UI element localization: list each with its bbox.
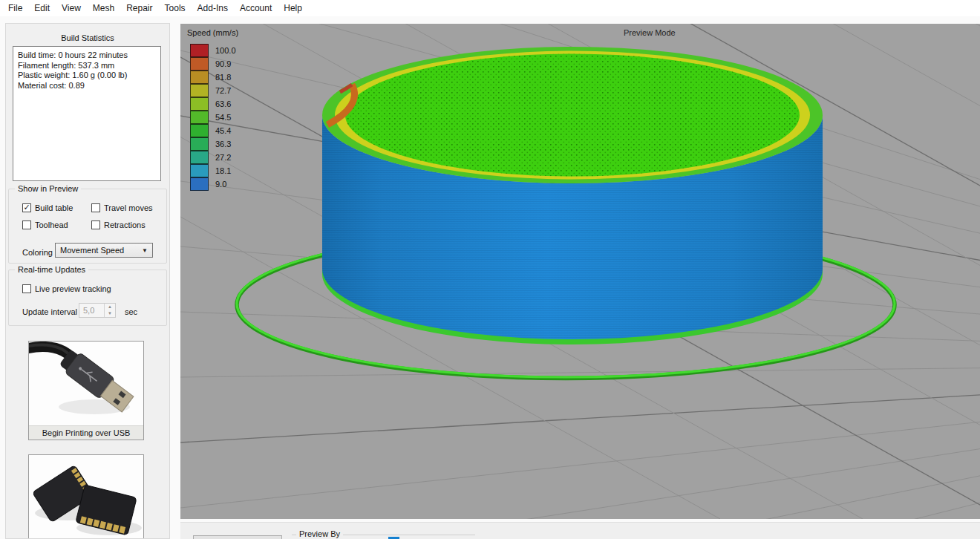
menu-addins[interactable]: Add-Ins bbox=[192, 1, 234, 16]
checkbox-travel-moves[interactable]: Travel moves bbox=[91, 203, 153, 212]
legend-value: 36.3 bbox=[215, 140, 231, 148]
scene-canvas bbox=[180, 24, 980, 519]
bottom-bar-button[interactable] bbox=[193, 535, 282, 539]
update-interval-label: Update interval bbox=[22, 307, 77, 316]
spinner-buttons: ▲ ▼ bbox=[104, 304, 115, 317]
menu-repair[interactable]: Repair bbox=[120, 1, 158, 16]
menu-edit[interactable]: Edit bbox=[28, 1, 56, 16]
preview-bottom-bar: Preview By bbox=[180, 522, 980, 539]
stat-material-cost: Material cost: 0.89 bbox=[18, 81, 156, 91]
legend-entry: 72.7 bbox=[190, 84, 238, 97]
legend-entry: 63.6 bbox=[190, 97, 238, 111]
legend-entry: 54.5 bbox=[190, 111, 238, 124]
usb-button-caption: Begin Printing over USB bbox=[29, 425, 143, 440]
preview-mode-label: Preview Mode bbox=[624, 28, 676, 37]
chevron-down-icon: ▼ bbox=[142, 247, 148, 254]
legend-value: 63.6 bbox=[215, 99, 231, 108]
stat-plastic-weight: Plastic weight: 1.60 g (0.00 lb) bbox=[18, 71, 156, 81]
legend-value: 81.8 bbox=[215, 73, 231, 82]
legend-swatch bbox=[190, 71, 209, 84]
legend-entry: 9.0 bbox=[190, 177, 238, 191]
update-interval-spinner[interactable]: 5,0 ▲ ▼ bbox=[79, 303, 116, 318]
legend-swatch bbox=[190, 151, 209, 164]
legend-entry: 90.9 bbox=[190, 57, 238, 71]
update-interval-unit: sec bbox=[125, 307, 137, 316]
checkbox-label: Toolhead bbox=[35, 220, 68, 229]
checkbox-icon bbox=[22, 203, 31, 212]
sd-cards-image bbox=[29, 455, 143, 539]
legend-value: 27.2 bbox=[215, 153, 231, 162]
spinner-down-icon[interactable]: ▼ bbox=[105, 310, 115, 317]
realtime-updates-group: Real-time Updates Live preview tracking … bbox=[8, 270, 167, 326]
legend-value: 54.5 bbox=[215, 113, 231, 122]
begin-printing-usb-button[interactable]: Begin Printing over USB bbox=[28, 341, 144, 440]
checkbox-icon bbox=[91, 203, 100, 212]
menu-account[interactable]: Account bbox=[234, 1, 278, 16]
legend-value: 90.9 bbox=[215, 59, 231, 68]
legend-entry: 27.2 bbox=[190, 151, 238, 164]
checkbox-label: Build table bbox=[35, 203, 73, 212]
menu-view[interactable]: View bbox=[56, 1, 87, 16]
build-statistics-title: Build Statistics bbox=[6, 33, 169, 42]
preview-by-label: Preview By bbox=[296, 529, 343, 538]
legend-swatch bbox=[190, 177, 209, 191]
checkbox-build-table[interactable]: Build table bbox=[22, 203, 73, 212]
checkbox-icon bbox=[91, 220, 100, 229]
checkbox-icon bbox=[22, 220, 31, 229]
legend-swatch bbox=[190, 84, 209, 97]
coloring-dropdown[interactable]: Movement Speed ▼ bbox=[55, 243, 153, 258]
realtime-updates-title: Real-time Updates bbox=[15, 265, 88, 274]
show-in-preview-group: Show in Preview Build table Travel moves… bbox=[8, 189, 167, 264]
legend-swatch bbox=[190, 97, 209, 111]
legend-swatch bbox=[190, 137, 209, 151]
sd-card-button[interactable] bbox=[28, 454, 144, 539]
preview-3d-viewport[interactable]: Speed (mm/s) 100.0 90.9 81.8 72.7 63.6 5… bbox=[180, 24, 980, 519]
legend-entry: 18.1 bbox=[190, 164, 238, 177]
legend-value: 100.0 bbox=[215, 46, 236, 55]
legend-entry: 81.8 bbox=[190, 71, 238, 84]
legend-value: 9.0 bbox=[215, 180, 226, 189]
usb-cable-image bbox=[29, 342, 143, 425]
menu-help[interactable]: Help bbox=[278, 1, 308, 16]
menu-mesh[interactable]: Mesh bbox=[87, 1, 120, 16]
checkbox-label: Retractions bbox=[104, 220, 146, 229]
checkbox-label: Live preview tracking bbox=[35, 284, 111, 293]
legend-value: 72.7 bbox=[215, 86, 231, 95]
spinner-up-icon[interactable]: ▲ bbox=[105, 304, 115, 310]
menu-tools[interactable]: Tools bbox=[159, 1, 192, 16]
legend-value: 18.1 bbox=[215, 166, 231, 175]
stat-build-time: Build time: 0 hours 22 minutes bbox=[18, 50, 156, 61]
checkbox-live-preview-tracking[interactable]: Live preview tracking bbox=[22, 284, 111, 293]
checkbox-retractions[interactable]: Retractions bbox=[91, 220, 146, 229]
coloring-label: Coloring bbox=[22, 248, 53, 257]
legend-swatch bbox=[190, 164, 209, 177]
top-infill-texture bbox=[345, 54, 800, 177]
checkbox-label: Travel moves bbox=[104, 203, 153, 212]
show-in-preview-title: Show in Preview bbox=[15, 184, 81, 193]
legend-swatch bbox=[190, 124, 209, 137]
update-interval-value: 5,0 bbox=[79, 304, 104, 317]
speed-legend-scale: 100.0 90.9 81.8 72.7 63.6 54.5 45.4 36.3… bbox=[190, 44, 238, 191]
menu-file[interactable]: File bbox=[2, 1, 28, 16]
legend-swatch bbox=[190, 44, 209, 57]
stat-filament-length: Filament length: 537.3 mm bbox=[18, 61, 156, 71]
coloring-dropdown-value: Movement Speed bbox=[60, 246, 139, 255]
build-statistics-box: Build time: 0 hours 22 minutes Filament … bbox=[13, 46, 161, 181]
checkbox-icon bbox=[22, 284, 31, 293]
legend-swatch bbox=[190, 111, 209, 124]
legend-entry: 45.4 bbox=[190, 124, 238, 137]
legend-entry: 100.0 bbox=[190, 44, 238, 57]
legend-entry: 36.3 bbox=[190, 137, 238, 151]
speed-legend: Speed (mm/s) 100.0 90.9 81.8 72.7 63.6 5… bbox=[187, 28, 238, 191]
speed-legend-title: Speed (mm/s) bbox=[187, 28, 238, 37]
checkbox-toolhead[interactable]: Toolhead bbox=[22, 220, 68, 229]
menu-bar: File Edit View Mesh Repair Tools Add-Ins… bbox=[0, 0, 980, 16]
legend-value: 45.4 bbox=[215, 126, 231, 135]
preview-sidebar: Build Statistics Build time: 0 hours 22 … bbox=[5, 23, 170, 539]
legend-swatch bbox=[190, 57, 209, 71]
model-cylinder bbox=[322, 47, 823, 344]
